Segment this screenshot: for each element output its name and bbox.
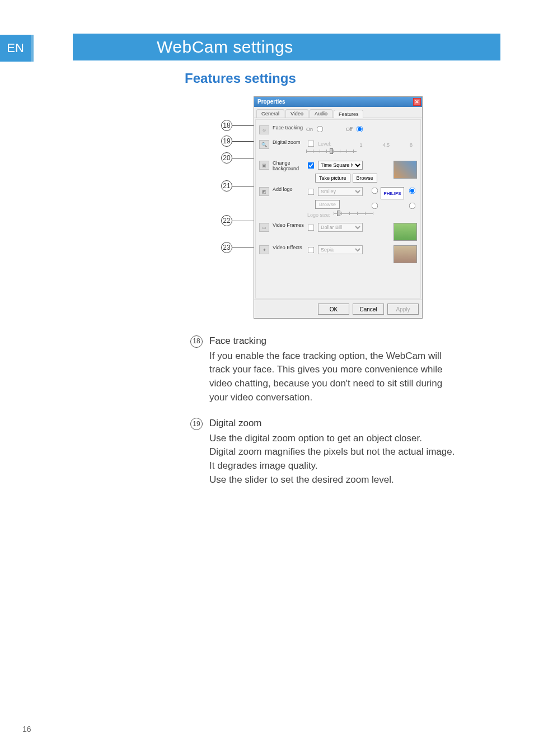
page-number: 16 — [22, 725, 31, 734]
row-video-effects: ✦ Video Effects Sepia — [259, 243, 417, 265]
body-text: 18 Face tracking If you enable the face … — [190, 334, 456, 487]
tab-video[interactable]: Video — [285, 109, 308, 118]
tab-features[interactable]: Features — [334, 110, 364, 118]
cancel-button[interactable]: Cancel — [353, 304, 384, 315]
para-19-l1: Use the digital zoom option to get an ob… — [209, 432, 456, 446]
para-18-body: If you enable the face tracking option, … — [209, 349, 456, 405]
callout-18: 18 — [221, 120, 232, 131]
tab-strip: General Video Audio Features — [254, 107, 422, 118]
change-bg-select[interactable]: Time Square NY — [318, 161, 363, 170]
video-effects-checkbox[interactable] — [308, 246, 315, 253]
para-18-num: 18 — [190, 335, 203, 348]
callout-21: 21 — [221, 180, 232, 192]
callout-19: 19 — [221, 136, 232, 147]
apply-button[interactable]: Apply — [387, 304, 419, 315]
para-19-l3: It degrades image quality. — [209, 459, 456, 473]
video-frames-checkbox[interactable] — [308, 224, 315, 231]
logo-corner-br[interactable] — [409, 203, 416, 209]
logo-select[interactable]: Smiley — [318, 187, 363, 196]
video-effects-label: Video Effects — [273, 245, 306, 251]
logo-size-label: Logo size: — [307, 212, 330, 218]
logo-browse-button[interactable]: Browse — [315, 200, 340, 209]
take-picture-button[interactable]: Take picture — [315, 174, 350, 183]
digital-zoom-checkbox[interactable] — [308, 141, 315, 147]
dialog-wrapper: 18 19 20 21 22 23 Properties ✕ General V… — [221, 96, 423, 319]
callout-20: 20 — [221, 152, 232, 164]
video-effects-select[interactable]: Sepia — [318, 245, 363, 254]
zoom-mid: 4.5 — [382, 142, 390, 148]
row-add-logo: ◩ Add logo Smiley Browse PHILIPS — [259, 185, 417, 221]
ok-button[interactable]: OK — [318, 304, 349, 315]
para-19-l4: Use the slider to set the desired zoom l… — [209, 473, 456, 487]
tab-audio[interactable]: Audio — [310, 109, 332, 118]
video-frames-select[interactable]: Dollar Bill — [318, 223, 363, 232]
frames-icon: ▭ — [259, 223, 269, 232]
face-tracking-label: Face tracking — [273, 125, 306, 131]
bg-browse-button[interactable]: Browse — [353, 174, 377, 183]
video-frames-label: Video Frames — [273, 223, 306, 228]
page-title-bar: WebCam settings — [73, 34, 500, 60]
para-19-head: Digital zoom — [209, 417, 456, 431]
effects-preview — [394, 245, 417, 263]
change-bg-label: Change background — [273, 161, 306, 172]
callout-23: 23 — [221, 242, 232, 253]
background-icon: ▣ — [259, 161, 269, 170]
logo-preview: PHILIPS — [381, 187, 404, 199]
effects-icon: ✦ — [259, 245, 269, 254]
row-video-frames: ▭ Video Frames Dollar Bill — [259, 221, 417, 243]
frames-preview — [394, 223, 417, 241]
zoom-level-label: Level: — [318, 141, 331, 147]
add-logo-label: Add logo — [273, 187, 306, 193]
tab-general[interactable]: General — [256, 109, 284, 118]
para-19-l2: Digital zoom magnifies the pixels but no… — [209, 445, 456, 459]
logo-size-slider[interactable] — [334, 212, 373, 218]
logo-corner-tr[interactable] — [409, 188, 416, 194]
para-19-num: 19 — [190, 418, 203, 430]
para-19: 19 Digital zoom Use the digital zoom opt… — [190, 417, 456, 487]
bg-preview — [394, 161, 417, 179]
zoom-icon: 🔍 — [259, 140, 269, 149]
dialog-footer: OK Cancel Apply — [254, 300, 422, 318]
para-18: 18 Face tracking If you enable the face … — [190, 334, 456, 404]
row-face-tracking: ☺ Face tracking On Off — [259, 123, 417, 138]
digital-zoom-label: Digital zoom — [273, 140, 306, 146]
dialog-titlebar: Properties ✕ — [254, 97, 422, 107]
row-change-background: ▣ Change background Time Square NY Take … — [259, 158, 417, 185]
section-title: Features settings — [185, 71, 500, 86]
para-18-head: Face tracking — [209, 334, 456, 348]
logo-corner-tl[interactable] — [372, 188, 378, 194]
add-logo-checkbox[interactable] — [308, 188, 315, 195]
change-bg-checkbox[interactable] — [308, 162, 315, 169]
zoom-max: 8 — [410, 142, 413, 148]
dialog-body: ☺ Face tracking On Off 🔍 Digital zoom — [255, 119, 421, 298]
zoom-slider[interactable] — [306, 150, 357, 156]
face-tracking-on-label: On — [306, 127, 313, 132]
face-tracking-on-radio[interactable] — [317, 126, 324, 133]
face-tracking-icon: ☺ — [259, 125, 269, 134]
logo-corner-bl[interactable] — [372, 203, 378, 209]
page: EN WebCam settings Features settings 18 … — [0, 0, 534, 756]
logo-icon: ◩ — [259, 187, 269, 196]
face-tracking-off-radio[interactable] — [357, 126, 363, 133]
face-tracking-off-label: Off — [346, 127, 353, 132]
close-icon[interactable]: ✕ — [413, 98, 421, 106]
properties-dialog: Properties ✕ General Video Audio Feature… — [254, 96, 423, 319]
row-digital-zoom: 🔍 Digital zoom Level: 1 4.5 — [259, 138, 417, 158]
zoom-min: 1 — [359, 142, 362, 148]
language-tab: EN — [0, 35, 34, 62]
callout-22: 22 — [221, 215, 232, 226]
dialog-title: Properties — [257, 99, 285, 105]
